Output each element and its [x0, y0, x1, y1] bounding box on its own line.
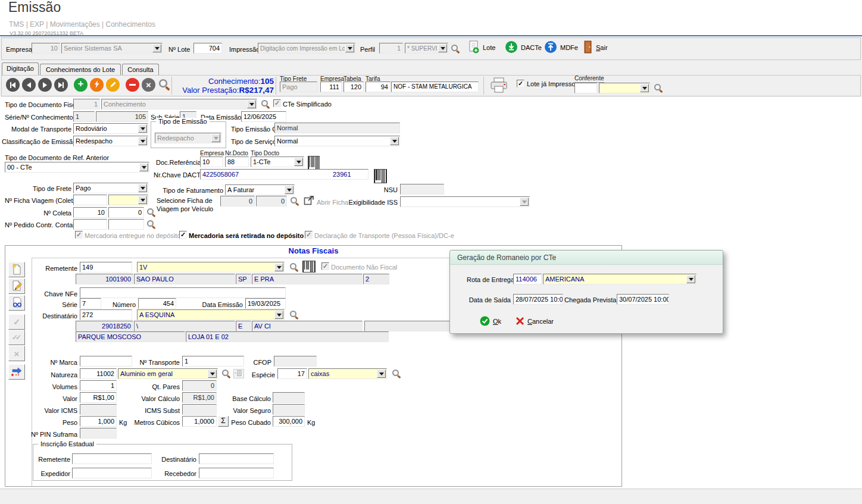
- selecione-ficha-label1: Selecione Ficha de: [157, 197, 213, 204]
- lote-label: Nº Lote: [168, 46, 190, 53]
- cancel-button[interactable]: ×: [142, 78, 155, 92]
- coleta-input2[interactable]: 0: [108, 207, 144, 218]
- volumes-input[interactable]: 1: [80, 380, 117, 391]
- ref-anterior-select[interactable]: 00 - CTe: [5, 162, 149, 173]
- mdfe-button[interactable]: MDFe: [544, 40, 578, 55]
- impressao-select-value: Digitação com Impressão em Lote: [260, 45, 345, 52]
- chevron-down-icon: [274, 263, 283, 271]
- classificacao-select[interactable]: Redespacho: [73, 136, 148, 146]
- nota-numero-input[interactable]: 454: [138, 298, 176, 309]
- ok-button[interactable]: Ok: [480, 314, 501, 328]
- cancelar-button[interactable]: Cancelar: [516, 314, 554, 328]
- transporte-input[interactable]: 1: [182, 356, 244, 367]
- tarifa-code-field[interactable]: 94: [366, 82, 391, 92]
- nota-data-emissao-input[interactable]: 19/03/2025: [245, 298, 286, 309]
- next-record-button[interactable]: [38, 78, 52, 92]
- modal-select[interactable]: Rodoviário: [73, 123, 148, 134]
- especie-search-icon[interactable]: [392, 369, 401, 378]
- nota-serie-input[interactable]: 7: [80, 298, 101, 309]
- lote-number-input[interactable]: 704: [193, 43, 222, 54]
- modal-select-value: Rodoviário: [76, 125, 138, 133]
- conferente-select[interactable]: [599, 83, 650, 93]
- coleta-input1[interactable]: 10: [73, 207, 107, 218]
- tab-digitacao[interactable]: Digitação: [2, 62, 39, 75]
- conferente-code-input[interactable]: [574, 83, 597, 93]
- chave-dacte-input[interactable]: 4225058067 23961: [200, 169, 368, 180]
- faturamento-select[interactable]: A Faturar: [225, 184, 295, 195]
- empresa-tarifa-field[interactable]: 111: [320, 82, 342, 92]
- container-input2[interactable]: [108, 219, 144, 230]
- pin-suframa-field: [80, 428, 117, 439]
- container-search-icon[interactable]: [146, 220, 156, 229]
- sair-button[interactable]: Sair: [583, 40, 608, 55]
- rota-entrega-select[interactable]: AMERICANA: [543, 274, 697, 284]
- chave-nfe-input[interactable]: [80, 287, 286, 298]
- edit-nota-button[interactable]: [8, 278, 25, 294]
- modal-label: Modal de Transporte: [5, 126, 71, 133]
- new-nota-button[interactable]: [8, 262, 25, 277]
- container-input1[interactable]: [73, 219, 107, 230]
- pin-suframa-label: Nº PIN Suframa: [30, 431, 77, 438]
- ficha-veiculo-search-icon[interactable]: [290, 196, 299, 206]
- data-emissao-input[interactable]: 12/06/2025: [241, 111, 286, 122]
- data-saida-input[interactable]: 28/07/2025 10:00: [513, 294, 563, 305]
- search-record-icon[interactable]: [158, 79, 171, 91]
- metros-input[interactable]: 1,0000: [182, 416, 217, 427]
- rota-entrega-code-input[interactable]: 114006: [513, 274, 542, 284]
- add-button[interactable]: +: [74, 78, 88, 92]
- doc-ref-empresa-input[interactable]: 10: [200, 156, 223, 167]
- execute-button[interactable]: [90, 78, 104, 92]
- breadcrumb: TMS | EXP | Movimentações | Conhecimento…: [9, 21, 155, 28]
- tabela-field[interactable]: 120: [343, 82, 364, 92]
- peso-cubado-input[interactable]: 300,000: [273, 416, 305, 427]
- peso-input[interactable]: 1,000: [80, 416, 117, 427]
- prior-record-button[interactable]: [22, 78, 36, 92]
- destinatario-select[interactable]: A ESQUINA: [137, 309, 285, 320]
- destinatario-code-input[interactable]: 272: [80, 309, 132, 320]
- natureza-select[interactable]: Aluminio em geral: [118, 368, 218, 379]
- natureza-code-input[interactable]: 11002: [80, 368, 117, 379]
- especie-select[interactable]: caixas: [308, 368, 387, 379]
- dacte-button[interactable]: DACTe: [505, 40, 542, 55]
- ie-remetente-input[interactable]: [72, 453, 152, 464]
- nota-data-emissao-label: Data Emissão: [196, 301, 243, 308]
- consult-nota-button[interactable]: [8, 295, 25, 311]
- remetente-select[interactable]: 1V: [137, 262, 285, 273]
- conferente-search-icon[interactable]: [654, 83, 663, 93]
- ficha-viagem-select[interactable]: [108, 195, 148, 205]
- delete-button[interactable]: [126, 78, 139, 92]
- coleta-search-icon[interactable]: [146, 208, 156, 217]
- doc-ref-nr-input[interactable]: 88: [225, 156, 249, 167]
- remetente-code-input[interactable]: 149: [80, 262, 132, 273]
- ie-recebedor-input[interactable]: [199, 468, 274, 478]
- marca-input[interactable]: [80, 356, 132, 367]
- lote-button[interactable]: Lote: [468, 40, 495, 55]
- tipo-servico-select[interactable]: Normal: [274, 136, 400, 146]
- ie-destinatario-input[interactable]: [199, 453, 274, 464]
- confirm-all-notas-button: ✓✓: [8, 330, 25, 345]
- transfer-nota-button[interactable]: [8, 364, 25, 380]
- natureza-search-icon[interactable]: [221, 369, 231, 378]
- edit-button[interactable]: [106, 78, 120, 92]
- perfil-search-icon[interactable]: [451, 44, 460, 54]
- destinatario-search-icon[interactable]: [289, 310, 299, 320]
- tab-conhecimentos-do-lote[interactable]: Conhecimentos do Lote: [40, 64, 121, 75]
- first-record-button[interactable]: [6, 78, 20, 92]
- remetente-search-icon[interactable]: [289, 262, 299, 272]
- ref-anterior-select-value: 00 - CTe: [7, 164, 139, 171]
- tab-consulta[interactable]: Consulta: [122, 64, 159, 75]
- lote-impresso-checkbox[interactable]: [517, 80, 524, 87]
- ie-expedidor-input[interactable]: [72, 468, 152, 478]
- doc-fiscal-search-icon[interactable]: [261, 99, 270, 109]
- especie-code-input[interactable]: 17: [277, 368, 307, 379]
- last-record-button[interactable]: [54, 78, 68, 92]
- chegada-prevista-input[interactable]: 30/07/2025 10:00: [617, 294, 669, 305]
- sigma-button[interactable]: Σ: [218, 416, 229, 427]
- ficha-viagem-code-input[interactable]: [73, 195, 107, 205]
- print-button[interactable]: [489, 77, 508, 95]
- tipo-frete-select[interactable]: Pago: [73, 183, 148, 193]
- mercadoria-retirada-checkbox[interactable]: [179, 231, 187, 239]
- doc-ref-tipo-select[interactable]: 1-CTe: [251, 156, 304, 167]
- abrir-ficha-external-icon[interactable]: [304, 195, 314, 207]
- valor-input[interactable]: R$1,00: [80, 392, 117, 403]
